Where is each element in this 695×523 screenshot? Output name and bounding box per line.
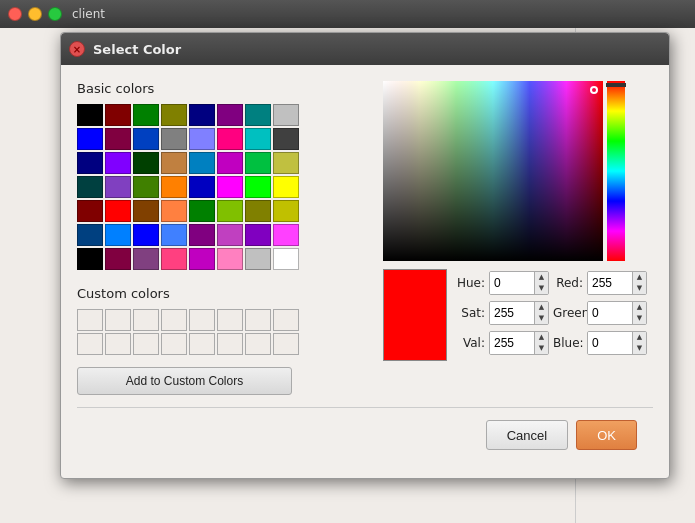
- val-input[interactable]: [490, 332, 534, 354]
- basic-color-swatch[interactable]: [77, 176, 103, 198]
- basic-color-swatch[interactable]: [105, 224, 131, 246]
- color-picker-canvas[interactable]: [383, 81, 603, 261]
- basic-color-swatch[interactable]: [217, 104, 243, 126]
- basic-color-swatch[interactable]: [217, 224, 243, 246]
- basic-color-swatch[interactable]: [273, 248, 299, 270]
- basic-color-swatch[interactable]: [273, 152, 299, 174]
- basic-color-swatch[interactable]: [161, 176, 187, 198]
- basic-color-swatch[interactable]: [245, 104, 271, 126]
- basic-color-swatch[interactable]: [105, 152, 131, 174]
- basic-color-swatch[interactable]: [217, 152, 243, 174]
- custom-color-swatch[interactable]: [161, 309, 187, 331]
- basic-color-swatch[interactable]: [161, 224, 187, 246]
- add-to-custom-colors-button[interactable]: Add to Custom Colors: [77, 367, 292, 395]
- basic-color-swatch[interactable]: [77, 200, 103, 222]
- basic-color-swatch[interactable]: [189, 128, 215, 150]
- basic-color-swatch[interactable]: [133, 128, 159, 150]
- ok-button[interactable]: OK: [576, 420, 637, 450]
- hue-up-btn[interactable]: ▲: [535, 272, 548, 283]
- custom-color-swatch[interactable]: [245, 333, 271, 355]
- val-down-btn[interactable]: ▼: [535, 343, 548, 354]
- dialog-footer: Cancel OK: [77, 407, 653, 462]
- basic-color-swatch[interactable]: [77, 248, 103, 270]
- basic-color-swatch[interactable]: [161, 200, 187, 222]
- sat-input[interactable]: [490, 302, 534, 324]
- basic-color-swatch[interactable]: [133, 200, 159, 222]
- basic-color-swatch[interactable]: [273, 200, 299, 222]
- custom-color-swatch[interactable]: [273, 333, 299, 355]
- basic-color-swatch[interactable]: [133, 104, 159, 126]
- basic-color-swatch[interactable]: [105, 104, 131, 126]
- hue-down-btn[interactable]: ▼: [535, 283, 548, 294]
- basic-color-swatch[interactable]: [105, 248, 131, 270]
- basic-color-swatch[interactable]: [217, 128, 243, 150]
- basic-color-swatch[interactable]: [161, 128, 187, 150]
- custom-color-swatch[interactable]: [217, 309, 243, 331]
- basic-color-swatch[interactable]: [189, 248, 215, 270]
- basic-color-swatch[interactable]: [245, 200, 271, 222]
- basic-color-swatch[interactable]: [161, 104, 187, 126]
- cancel-button[interactable]: Cancel: [486, 420, 568, 450]
- green-input[interactable]: [588, 302, 632, 324]
- custom-color-swatch[interactable]: [217, 333, 243, 355]
- custom-color-swatch[interactable]: [77, 309, 103, 331]
- custom-color-swatch[interactable]: [245, 309, 271, 331]
- dialog-close-button[interactable]: ×: [69, 41, 85, 57]
- custom-color-swatch[interactable]: [77, 333, 103, 355]
- basic-color-swatch[interactable]: [77, 128, 103, 150]
- custom-color-swatch[interactable]: [133, 309, 159, 331]
- basic-color-swatch[interactable]: [77, 104, 103, 126]
- red-input[interactable]: [588, 272, 632, 294]
- sat-down-btn[interactable]: ▼: [535, 313, 548, 324]
- basic-color-swatch[interactable]: [273, 224, 299, 246]
- basic-color-swatch[interactable]: [133, 152, 159, 174]
- basic-color-swatch[interactable]: [133, 176, 159, 198]
- custom-color-swatch[interactable]: [189, 309, 215, 331]
- red-down-btn[interactable]: ▼: [633, 283, 646, 294]
- basic-color-swatch[interactable]: [273, 128, 299, 150]
- custom-color-swatch[interactable]: [189, 333, 215, 355]
- hue-input[interactable]: [490, 272, 534, 294]
- basic-colors-label: Basic colors: [77, 81, 367, 96]
- dialog-main-layout: Basic colors Custom colors Add to Custom…: [77, 81, 653, 395]
- basic-color-swatch[interactable]: [217, 248, 243, 270]
- basic-color-swatch[interactable]: [217, 176, 243, 198]
- custom-color-swatch[interactable]: [105, 309, 131, 331]
- basic-color-swatch[interactable]: [133, 248, 159, 270]
- basic-color-swatch[interactable]: [217, 200, 243, 222]
- basic-color-swatch[interactable]: [189, 176, 215, 198]
- basic-color-swatch[interactable]: [245, 152, 271, 174]
- basic-color-swatch[interactable]: [77, 224, 103, 246]
- custom-color-swatch[interactable]: [133, 333, 159, 355]
- val-spinner: ▲ ▼: [534, 332, 548, 354]
- basic-color-swatch[interactable]: [245, 248, 271, 270]
- basic-color-swatch[interactable]: [133, 224, 159, 246]
- basic-color-swatch[interactable]: [189, 104, 215, 126]
- basic-color-swatch[interactable]: [105, 176, 131, 198]
- custom-color-swatch[interactable]: [161, 333, 187, 355]
- basic-color-swatch[interactable]: [105, 128, 131, 150]
- custom-color-swatch[interactable]: [273, 309, 299, 331]
- basic-color-swatch[interactable]: [245, 176, 271, 198]
- sat-up-btn[interactable]: ▲: [535, 302, 548, 313]
- basic-color-swatch[interactable]: [273, 176, 299, 198]
- blue-up-btn[interactable]: ▲: [633, 332, 646, 343]
- custom-color-swatch[interactable]: [105, 333, 131, 355]
- basic-color-swatch[interactable]: [161, 248, 187, 270]
- blue-down-btn[interactable]: ▼: [633, 343, 646, 354]
- basic-color-swatch[interactable]: [189, 200, 215, 222]
- basic-color-swatch[interactable]: [189, 224, 215, 246]
- hue-slider[interactable]: [607, 81, 625, 261]
- basic-color-swatch[interactable]: [189, 152, 215, 174]
- basic-color-swatch[interactable]: [245, 128, 271, 150]
- val-up-btn[interactable]: ▲: [535, 332, 548, 343]
- basic-color-swatch[interactable]: [245, 224, 271, 246]
- basic-color-swatch[interactable]: [105, 200, 131, 222]
- blue-input[interactable]: [588, 332, 632, 354]
- red-up-btn[interactable]: ▲: [633, 272, 646, 283]
- basic-color-swatch[interactable]: [161, 152, 187, 174]
- basic-color-swatch[interactable]: [273, 104, 299, 126]
- green-up-btn[interactable]: ▲: [633, 302, 646, 313]
- green-down-btn[interactable]: ▼: [633, 313, 646, 324]
- basic-color-swatch[interactable]: [77, 152, 103, 174]
